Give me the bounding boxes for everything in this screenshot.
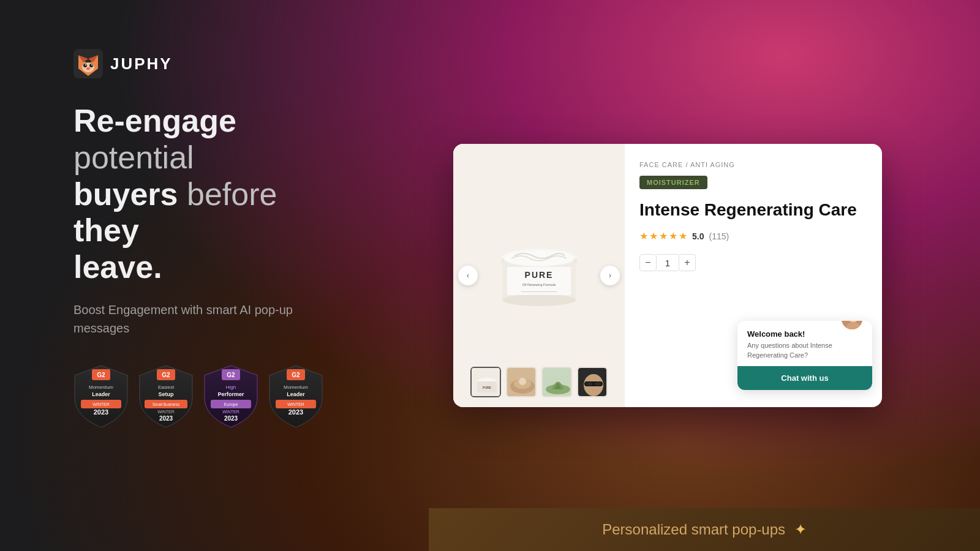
chat-button[interactable]: Chat with us — [737, 366, 872, 390]
rating-count: (115) — [709, 231, 729, 241]
product-title: Intense Regenerating Care — [639, 199, 867, 220]
badge-momentum-leader-1: G2 Momentum Leader WINTER 2023 — [74, 364, 129, 429]
thumbnail-1[interactable]: PURE — [470, 367, 501, 397]
svg-text:Small Business: Small Business — [153, 402, 180, 407]
svg-text:WINTER: WINTER — [157, 410, 175, 414]
svg-text:High: High — [226, 384, 236, 390]
rating-row: ★ ★ ★ ★ ★ 5.0 (115) — [639, 230, 867, 242]
product-card: ‹ — [453, 144, 882, 407]
chevron-right-icon: › — [609, 271, 611, 280]
headline-leave: leave. — [74, 249, 162, 285]
svg-point-8 — [91, 64, 92, 66]
svg-text:Leader: Leader — [287, 391, 305, 397]
star-3: ★ — [659, 230, 668, 242]
thumbnail-3[interactable] — [541, 367, 572, 397]
hero-headline: Re-engage potential buyers before they l… — [74, 103, 343, 286]
product-image-area: ‹ — [453, 144, 625, 407]
svg-text:2023: 2023 — [94, 408, 108, 416]
svg-point-62 — [586, 382, 592, 386]
logo-area: JUPHY — [74, 49, 343, 78]
right-panel: ‹ — [380, 0, 980, 551]
svg-point-6 — [89, 64, 93, 67]
svg-text:Leader: Leader — [92, 391, 110, 397]
hero-subheadline: Boost Engagement with smart AI pop-up me… — [74, 301, 331, 337]
svg-text:WINTER: WINTER — [92, 402, 110, 407]
svg-text:Europe: Europe — [224, 402, 238, 407]
sparkle-icon: ✦ — [794, 521, 807, 538]
badge-momentum-leader-2: G2 Momentum Leader WINTER 2023 — [268, 364, 323, 429]
svg-text:PURE: PURE — [525, 270, 554, 280]
rating-number: 5.0 — [692, 231, 704, 241]
thumbnail-2[interactable] — [506, 367, 537, 397]
svg-text:Momentum: Momentum — [89, 384, 113, 390]
svg-text:2023: 2023 — [224, 415, 238, 422]
headline-bold-1: Re-engage — [74, 103, 236, 138]
svg-text:Performer: Performer — [217, 391, 244, 397]
logo-text: JUPHY — [110, 54, 173, 73]
svg-text:2023: 2023 — [159, 415, 173, 422]
svg-text:G2: G2 — [162, 372, 170, 378]
chat-message-text: Any questions about Intense Regenerating… — [747, 341, 862, 360]
chat-bubble-content: Welcome back! Any questions about Intens… — [737, 321, 872, 366]
quantity-value: 1 — [657, 254, 679, 271]
svg-text:G2: G2 — [227, 372, 235, 378]
svg-text:Setup: Setup — [158, 391, 174, 397]
svg-point-9 — [86, 67, 90, 70]
headline-they: they — [74, 212, 139, 248]
chat-welcome-text: Welcome back! — [747, 329, 862, 339]
svg-text:G2: G2 — [97, 372, 105, 378]
svg-text:G2: G2 — [292, 372, 300, 378]
svg-text:2023: 2023 — [288, 408, 303, 416]
star-2: ★ — [649, 230, 658, 242]
cream-jar-svg: PURE Oil Renewing Formula ______________… — [490, 227, 588, 324]
svg-point-56 — [519, 378, 526, 385]
product-main-image: PURE Oil Renewing Formula ______________… — [478, 214, 600, 337]
svg-point-5 — [83, 64, 87, 67]
svg-point-63 — [595, 382, 601, 386]
svg-text:WINTER: WINTER — [287, 402, 304, 407]
product-tag: MOISTURIZER — [639, 176, 707, 189]
badge-high-performer: G2 High Performer Europe WINTER 2023 — [203, 364, 258, 429]
product-category: FACE CARE / ANTI AGING — [639, 161, 867, 168]
chevron-left-icon: ‹ — [467, 271, 469, 280]
thumbnail-4[interactable] — [577, 367, 608, 397]
bottom-strip-text: Personalized smart pop-ups ✦ — [602, 521, 807, 538]
headline-bold-2: buyers — [74, 176, 178, 212]
badge-easiest-setup: G2 Easiest Setup Small Business WINTER 2… — [138, 364, 194, 429]
svg-text:Momentum: Momentum — [284, 384, 308, 390]
product-next-arrow[interactable]: › — [600, 266, 620, 285]
star-4: ★ — [669, 230, 677, 242]
quantity-increase-button[interactable]: + — [679, 254, 696, 271]
thumbnail-row: PURE — [470, 367, 608, 397]
quantity-decrease-button[interactable]: − — [639, 254, 657, 271]
star-rating: ★ ★ ★ ★ ★ — [639, 230, 687, 242]
headline-light-2: before — [187, 176, 277, 212]
star-5: ★ — [679, 230, 687, 242]
bottom-strip: Personalized smart pop-ups ✦ — [429, 508, 980, 551]
svg-text:_______________________: _______________________ — [521, 289, 557, 292]
headline-light-1: potential — [74, 140, 194, 175]
quantity-row: − 1 + — [639, 254, 867, 271]
chat-popup: Welcome back! Any questions about Intens… — [737, 321, 872, 390]
product-info: FACE CARE / ANTI AGING MOISTURIZER Inten… — [625, 144, 882, 407]
svg-text:PURE: PURE — [483, 386, 492, 389]
star-1: ★ — [639, 230, 648, 242]
svg-point-7 — [85, 64, 86, 66]
svg-text:WINTER: WINTER — [222, 410, 239, 414]
product-prev-arrow[interactable]: ‹ — [458, 266, 478, 285]
badges-row: G2 Momentum Leader WINTER 2023 G2 Easies… — [74, 364, 343, 429]
svg-point-43 — [502, 294, 576, 306]
bottom-strip-label: Personalized smart pop-ups — [602, 521, 785, 538]
juphy-logo-icon — [74, 49, 103, 78]
svg-text:Easiest: Easiest — [158, 384, 175, 390]
svg-text:Oil Renewing Formula: Oil Renewing Formula — [522, 283, 556, 287]
